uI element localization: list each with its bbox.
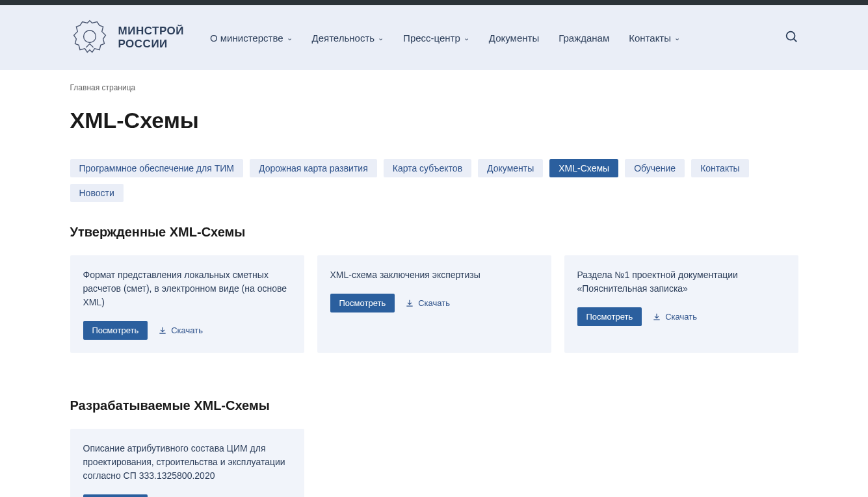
- view-button[interactable]: Посмотреть: [577, 307, 642, 326]
- tabs: Программное обеспечение для ТИМДорожная …: [70, 159, 798, 202]
- nav-label: Контакты: [629, 32, 671, 44]
- download-label: Скачать: [665, 312, 697, 322]
- card: XML-схема заключения экспертизыПосмотрет…: [317, 255, 551, 353]
- download-link[interactable]: Скачать: [405, 298, 450, 308]
- tab[interactable]: Документы: [478, 159, 543, 177]
- nav-label: О министерстве: [210, 32, 283, 44]
- chevron-down-icon: ⌄: [378, 34, 384, 42]
- view-button[interactable]: Посмотреть: [83, 321, 148, 340]
- card-title: Описание атрибутивного состава ЦИМ для п…: [83, 442, 291, 483]
- logo-line1: МИНСТРОЙ: [118, 25, 184, 38]
- tab[interactable]: Контакты: [691, 159, 748, 177]
- section: Разрабатываемые XML-СхемыОписание атрибу…: [70, 398, 798, 497]
- download-link[interactable]: Скачать: [652, 312, 697, 322]
- section-title: Разрабатываемые XML-Схемы: [70, 398, 798, 413]
- download-icon: [652, 312, 661, 322]
- header: МИНСТРОЙ РОССИИ О министерстве⌄Деятельно…: [0, 5, 868, 70]
- card-actions: ПосмотретьСкачать: [330, 294, 538, 312]
- page-title: XML-Схемы: [70, 108, 798, 133]
- tab[interactable]: Карта субъектов: [384, 159, 471, 177]
- nav-item[interactable]: Пресс-центр⌄: [403, 32, 469, 44]
- download-link[interactable]: Скачать: [158, 325, 203, 335]
- view-button[interactable]: Посмотреть: [330, 294, 395, 312]
- tab[interactable]: XML-Схемы: [549, 159, 618, 177]
- search-icon[interactable]: [784, 29, 798, 46]
- nav-item[interactable]: О министерстве⌄: [210, 32, 293, 44]
- tab[interactable]: Новости: [70, 184, 124, 202]
- emblem-icon: [70, 18, 109, 57]
- svg-point-1: [786, 32, 795, 40]
- card-title: XML-схема заключения экспертизы: [330, 268, 538, 282]
- card: Формат представления локальных сметных р…: [70, 255, 304, 353]
- nav-item[interactable]: Документы: [489, 32, 539, 44]
- download-icon: [405, 299, 414, 308]
- tab[interactable]: Программное обеспечение для ТИМ: [70, 159, 244, 177]
- chevron-down-icon: ⌄: [464, 34, 469, 42]
- breadcrumb[interactable]: Главная страница: [70, 83, 798, 92]
- svg-point-0: [83, 31, 96, 43]
- card-title: Раздела №1 проектной документации «Поясн…: [577, 268, 785, 296]
- section: Утвержденные XML-СхемыФормат представлен…: [70, 225, 798, 353]
- tab[interactable]: Обучение: [625, 159, 685, 177]
- cards-grid: Формат представления локальных сметных р…: [70, 255, 798, 353]
- nav-label: Гражданам: [559, 32, 609, 44]
- cards-grid: Описание атрибутивного состава ЦИМ для п…: [70, 429, 798, 497]
- card: Раздела №1 проектной документации «Поясн…: [564, 255, 798, 353]
- download-icon: [158, 326, 167, 335]
- nav: О министерстве⌄Деятельность⌄Пресс-центр⌄…: [210, 32, 758, 44]
- download-label: Скачать: [171, 325, 203, 335]
- svg-line-2: [793, 39, 796, 42]
- section-title: Утвержденные XML-Схемы: [70, 225, 798, 240]
- card-actions: ПосмотретьСкачать: [83, 494, 291, 497]
- card-actions: ПосмотретьСкачать: [83, 321, 291, 340]
- chevron-down-icon: ⌄: [287, 34, 293, 42]
- view-button[interactable]: Посмотреть: [83, 494, 148, 497]
- logo-line2: РОССИИ: [118, 38, 184, 51]
- topbar: [0, 0, 868, 5]
- nav-item[interactable]: Контакты⌄: [629, 32, 680, 44]
- card-actions: ПосмотретьСкачать: [577, 307, 785, 326]
- nav-item[interactable]: Деятельность⌄: [312, 32, 384, 44]
- download-label: Скачать: [418, 298, 450, 308]
- nav-label: Пресс-центр: [403, 32, 460, 44]
- tab[interactable]: Дорожная карта развития: [250, 159, 377, 177]
- logo[interactable]: МИНСТРОЙ РОССИИ: [70, 18, 184, 57]
- nav-label: Деятельность: [312, 32, 375, 44]
- nav-label: Документы: [489, 32, 539, 44]
- card: Описание атрибутивного состава ЦИМ для п…: [70, 429, 304, 497]
- nav-item[interactable]: Гражданам: [559, 32, 609, 44]
- chevron-down-icon: ⌄: [674, 34, 680, 42]
- card-title: Формат представления локальных сметных р…: [83, 268, 291, 309]
